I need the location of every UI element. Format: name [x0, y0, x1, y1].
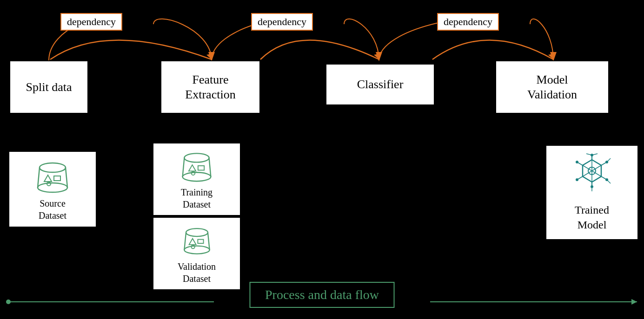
bucket-icon-validation: [179, 223, 214, 258]
dependency-label-1: dependency: [60, 13, 122, 31]
bucket-icon-training: [178, 148, 215, 183]
data-trained-model: TrainedModel: [545, 145, 638, 240]
svg-point-12: [38, 183, 67, 192]
svg-point-45: [576, 161, 578, 163]
svg-point-16: [184, 153, 209, 162]
svg-line-48: [607, 158, 611, 162]
process-feature-extraction: FeatureExtraction: [160, 60, 260, 114]
source-dataset-label: SourceDataset: [39, 197, 66, 221]
svg-marker-1: [374, 53, 381, 59]
svg-marker-20: [189, 165, 196, 171]
svg-line-24: [184, 232, 186, 250]
process-split-data: Split data: [9, 60, 88, 114]
process-model-validation: ModelValidation: [495, 60, 609, 114]
svg-line-18: [209, 158, 211, 177]
svg-line-49: [607, 180, 611, 183]
svg-point-19: [183, 172, 211, 181]
dependency-label-3: dependency: [437, 13, 499, 31]
circuit-icon-trained-model: [569, 153, 615, 199]
svg-rect-28: [198, 239, 203, 243]
training-dataset-label: TrainingDataset: [181, 186, 212, 210]
svg-marker-0: [206, 53, 214, 59]
svg-rect-21: [198, 166, 204, 170]
bucket-icon-source: [34, 157, 71, 195]
svg-line-25: [207, 232, 209, 250]
data-source-dataset: SourceDataset: [8, 151, 97, 228]
data-training-dataset: TrainingDataset: [153, 143, 241, 216]
svg-marker-13: [44, 175, 52, 182]
process-classifier: Classifier: [325, 64, 435, 105]
trained-model-label: TrainedModel: [575, 203, 609, 232]
svg-marker-27: [189, 238, 196, 244]
svg-line-17: [183, 158, 185, 177]
svg-marker-2: [548, 53, 556, 59]
svg-point-7: [6, 299, 11, 304]
svg-point-43: [576, 178, 578, 181]
svg-point-23: [186, 228, 208, 236]
diagram-container: dependency dependency dependency Split d…: [0, 0, 644, 319]
svg-point-9: [40, 163, 66, 172]
data-validation-dataset: ValidationDataset: [153, 217, 241, 290]
svg-line-11: [66, 168, 67, 188]
validation-dataset-label: ValidationDataset: [178, 260, 216, 285]
flow-label-box: Process and data flow: [249, 282, 395, 308]
svg-point-26: [184, 246, 209, 254]
svg-line-10: [38, 168, 40, 188]
svg-marker-8: [631, 299, 637, 305]
svg-rect-14: [54, 176, 60, 181]
dependency-label-2: dependency: [251, 13, 313, 31]
